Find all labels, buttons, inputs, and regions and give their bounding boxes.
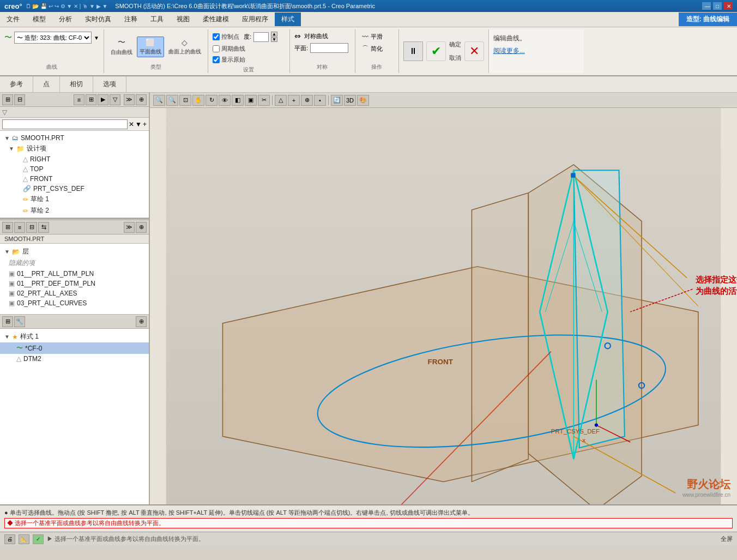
svg-text:X: X xyxy=(582,438,586,443)
pause-button[interactable]: ⏸ xyxy=(403,41,423,61)
sub-tab-options[interactable]: 选项 xyxy=(93,76,126,92)
bottom-right-text[interactable]: 全屏 xyxy=(721,535,733,543)
panel2-expand-btn[interactable]: ⇆ xyxy=(38,222,49,233)
window-max-button[interactable]: □ xyxy=(713,2,722,10)
tree-item-prt-all-curves[interactable]: ▣ 03_PRT_ALL_CURVES xyxy=(0,298,149,308)
tree-item-right[interactable]: △ RIGHT xyxy=(0,154,149,164)
menu-simulation[interactable]: 实时仿真 xyxy=(78,13,118,26)
panel-grid-btn[interactable]: ⊞ xyxy=(86,94,96,105)
simplify-btn[interactable]: ⌒ 简化 xyxy=(360,43,385,55)
menu-model[interactable]: 模型 xyxy=(26,13,52,26)
menu-style[interactable]: 样式 xyxy=(275,13,301,26)
3d-canvas[interactable]: FRONT TOP PRT_CSYS_DEF X RIGHT DTM2 选择指定… xyxy=(150,108,737,504)
tree-item-prt-csys[interactable]: 🔗 PRT_CSYS_DEF xyxy=(0,184,149,194)
vt-section-btn[interactable]: ✂ xyxy=(258,95,270,106)
panel3-filter-btn[interactable]: 🔧 xyxy=(14,316,25,327)
vt-view-btn[interactable]: 👁 xyxy=(219,95,231,106)
vt-csys-btn[interactable]: ⊕ xyxy=(301,95,313,106)
tree-item-layers[interactable]: ▼ 📂 层 xyxy=(0,246,149,257)
vt-zoom-in-btn[interactable]: 🔍 xyxy=(153,95,165,106)
window-min-button[interactable]: — xyxy=(702,2,711,10)
tree-item-smooth[interactable]: ▼ 🗂 SMOOTH.PRT xyxy=(0,133,149,143)
panel-filter-btn[interactable]: ⊟ xyxy=(14,94,25,105)
show-original-checkbox[interactable] xyxy=(213,56,220,63)
panel-icon-btn[interactable]: ⊞ xyxy=(2,94,13,105)
tree-item-prt-def-dtm[interactable]: ▣ 01__PRT_DEF_DTM_PLN xyxy=(0,279,149,288)
tree-item-prt-all-axes[interactable]: ▣ 02_PRT_ALL_AXES xyxy=(0,288,149,298)
plane-input[interactable] xyxy=(310,43,348,53)
vt-pan-btn[interactable]: ✋ xyxy=(192,95,204,106)
panel-settings-btn[interactable]: ≫ xyxy=(124,94,135,105)
degree-down-btn[interactable]: ▼ xyxy=(271,37,277,42)
panel2-settings-btn[interactable]: ≫ xyxy=(124,222,135,233)
menu-analysis[interactable]: 分析 xyxy=(52,13,78,26)
viewport[interactable]: 🔍 🔍 ⊡ ✋ ↻ 👁 ◧ ▣ ✂ △ + ⊕ • 🔄 3D 🎨 xyxy=(150,93,737,504)
vt-shading-btn[interactable]: ◧ xyxy=(232,95,244,106)
panel-more-btn[interactable]: ⊕ xyxy=(136,94,147,105)
search-clear-icon[interactable]: ✕ xyxy=(129,121,134,128)
tree-item-front[interactable]: △ FRONT xyxy=(0,174,149,184)
panel-expand-btn[interactable]: ▶ xyxy=(98,94,108,105)
free-curve-btn[interactable]: 〜 自由曲线 xyxy=(108,37,135,57)
curve-dropdown-arrow[interactable]: ▼ xyxy=(94,35,99,41)
vt-spin-btn[interactable]: 🔄 xyxy=(331,95,343,106)
tree-item-sketch2[interactable]: ✏ 草绘 2 xyxy=(0,205,149,216)
tree-icon-right: △ xyxy=(23,155,28,163)
panel2-more-btn[interactable]: ⊕ xyxy=(136,222,147,233)
tree-search-input[interactable] xyxy=(2,119,128,129)
search-add-icon[interactable]: + xyxy=(143,121,147,128)
sub-tab-points[interactable]: 点 xyxy=(33,76,60,92)
tree-label-smooth: SMOOTH.PRT xyxy=(21,134,64,142)
menu-tools[interactable]: 工具 xyxy=(144,13,170,26)
panel2-grid-btn[interactable]: ⊟ xyxy=(26,222,37,233)
periodic-curve-checkbox[interactable] xyxy=(213,45,220,52)
vt-render-btn[interactable]: 🎨 xyxy=(357,95,369,106)
menu-flexible[interactable]: 柔性建模 xyxy=(196,13,235,26)
panel3-icon-btn[interactable]: ⊞ xyxy=(2,316,13,327)
bottom-icon-2[interactable]: 📐 xyxy=(19,534,29,544)
bottom-icon-1[interactable]: 🖨 xyxy=(4,534,15,544)
vt-zoom-fit-btn[interactable]: ⊡ xyxy=(179,95,191,106)
curve-dropdown[interactable]: 〜 造型: 323: 曲线: CF-0 xyxy=(14,32,92,44)
tree-item-cf0[interactable]: 〜 *CF-0 xyxy=(0,342,149,354)
planar-curve-btn[interactable]: ⬜ 平面曲线 xyxy=(137,37,164,57)
ribbon-info-link[interactable]: 阅读更多... xyxy=(493,46,579,56)
panel-filter2-btn[interactable]: ▽ xyxy=(110,94,120,105)
menu-annotate[interactable]: 注释 xyxy=(118,13,144,26)
panel2-filter-btn[interactable]: ≡ xyxy=(14,222,25,233)
smooth-btn[interactable]: 〰 平滑 xyxy=(360,32,385,42)
panel3-settings-btn[interactable]: ⊕ xyxy=(136,316,147,327)
panel2-icon-btn[interactable]: ⊞ xyxy=(2,222,13,233)
tree-item-style1[interactable]: ▼ ★ 样式 1 xyxy=(0,331,149,342)
titlebar-controls[interactable]: — □ ✕ xyxy=(702,2,733,10)
vt-zoom-out-btn[interactable]: 🔍 xyxy=(166,95,178,106)
window-close-button[interactable]: ✕ xyxy=(724,2,733,10)
cancel-button[interactable]: ✕ xyxy=(464,41,484,61)
panel-toolbar-1: ⊞ ⊟ ≡ ⊞ ▶ ▽ ≫ ⊕ xyxy=(0,93,149,107)
panel2-label: SMOOTH.PRT xyxy=(0,234,149,244)
surface-curve-btn[interactable]: ◇ 曲面上的曲线 xyxy=(166,37,203,57)
menu-view[interactable]: 视图 xyxy=(170,13,196,26)
vt-rotate-btn[interactable]: ↻ xyxy=(206,95,218,106)
degree-input[interactable]: 3 xyxy=(253,32,269,42)
vt-axis-btn[interactable]: + xyxy=(288,95,300,106)
vt-3d-btn[interactable]: 3D xyxy=(344,95,356,106)
tree-item-top[interactable]: △ TOP xyxy=(0,164,149,174)
tree-item-dtm2[interactable]: △ DTM2 xyxy=(0,354,149,364)
menu-file[interactable]: 文件 xyxy=(0,13,26,26)
ribbon-group-curve-label: 曲线 xyxy=(4,62,99,71)
menu-apps[interactable]: 应用程序 xyxy=(235,13,275,26)
sub-tab-tangent[interactable]: 相切 xyxy=(60,76,93,92)
vt-wireframe-btn[interactable]: ▣ xyxy=(245,95,257,106)
tree-item-prt-all-dtm[interactable]: ▣ 01__PRT_ALL_DTM_PLN xyxy=(0,269,149,279)
sub-tab-reference[interactable]: 参考 xyxy=(0,76,33,92)
tree-item-design[interactable]: ▼ 📁 设计项 xyxy=(0,143,149,154)
vt-datum-btn[interactable]: △ xyxy=(275,95,287,106)
confirm-button[interactable]: ✔ xyxy=(426,41,446,61)
tree-item-sketch1[interactable]: ✏ 草绘 1 xyxy=(0,194,149,205)
panel-list-btn[interactable]: ≡ xyxy=(74,94,84,105)
search-dropdown-icon[interactable]: ▼ xyxy=(135,121,142,128)
control-points-checkbox[interactable] xyxy=(213,33,220,40)
vt-pts-btn[interactable]: • xyxy=(314,95,326,106)
degree-up-btn[interactable]: ▲ xyxy=(271,32,277,37)
